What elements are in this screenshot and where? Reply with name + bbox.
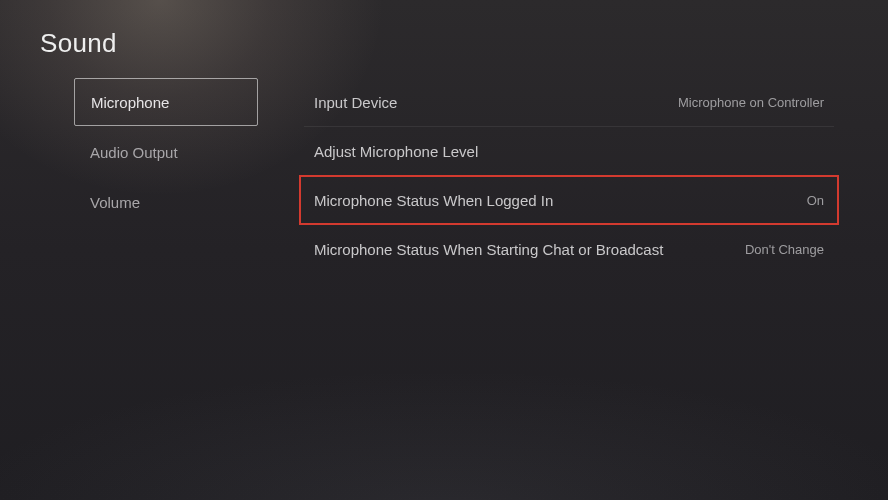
sidebar-item-label: Audio Output	[90, 144, 178, 161]
setting-value: Microphone on Controller	[678, 95, 824, 110]
setting-label: Input Device	[314, 94, 397, 111]
sidebar-item-label: Microphone	[91, 94, 169, 111]
page-title: Sound	[40, 28, 117, 59]
setting-label: Adjust Microphone Level	[314, 143, 478, 160]
sidebar-item-microphone[interactable]: Microphone	[74, 78, 258, 126]
row-mic-status-chat-broadcast[interactable]: Microphone Status When Starting Chat or …	[300, 225, 838, 273]
row-adjust-mic-level[interactable]: Adjust Microphone Level	[300, 127, 838, 175]
sidebar-item-audio-output[interactable]: Audio Output	[74, 128, 258, 176]
settings-panel: Input Device Microphone on Controller Ad…	[300, 78, 838, 273]
sidebar-item-volume[interactable]: Volume	[74, 178, 258, 226]
setting-value: On	[807, 193, 824, 208]
sidebar-item-label: Volume	[90, 194, 140, 211]
setting-label: Microphone Status When Logged In	[314, 192, 553, 209]
row-mic-status-logged-in[interactable]: Microphone Status When Logged In On	[300, 176, 838, 224]
sidebar: Microphone Audio Output Volume	[74, 78, 258, 228]
setting-value: Don't Change	[745, 242, 824, 257]
row-input-device[interactable]: Input Device Microphone on Controller	[300, 78, 838, 126]
setting-label: Microphone Status When Starting Chat or …	[314, 241, 663, 258]
